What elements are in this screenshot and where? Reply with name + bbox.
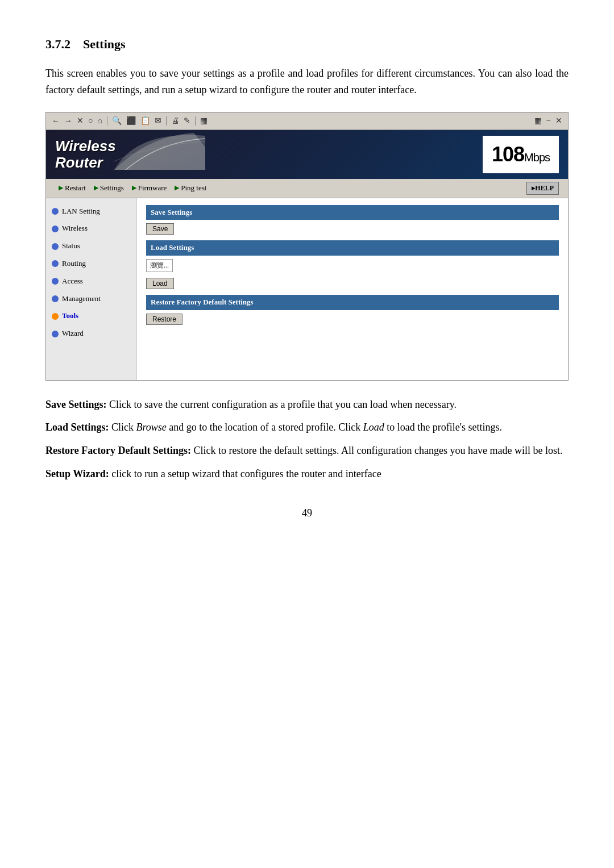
speed-unit: Mbps — [524, 151, 550, 164]
back-icon[interactable]: ← — [51, 115, 61, 127]
save-settings-title: Save Settings — [151, 208, 192, 216]
section-title: 3.7.2 Settings — [45, 34, 569, 54]
save-desc-text: Click to save the current configuration … — [109, 399, 457, 410]
routing-bullet-icon — [52, 260, 59, 267]
nav-restart-label: Restart — [65, 182, 86, 194]
browser-toolbar: ← → ✕ ○ ⌂ 🔍 ⬛ 📋 ✉ 🖨 ✎ ▦ ▦ − ✕ — [46, 112, 568, 130]
browse-italic: Browse — [136, 422, 167, 433]
wizard-description: Setup Wizard: click to run a setup wizar… — [45, 466, 569, 482]
separator — [107, 116, 107, 126]
speed-value: 108 — [492, 143, 524, 166]
router-header: Wireless Router — [46, 130, 568, 179]
help-button[interactable]: ▸HELP — [526, 182, 559, 195]
close-icon[interactable]: ✕ — [554, 115, 563, 127]
nav-firmware[interactable]: ▶ Firmware — [128, 181, 171, 195]
maximize-icon[interactable]: − — [545, 115, 552, 127]
save-button[interactable]: Save — [146, 223, 174, 235]
forward-icon[interactable]: → — [63, 115, 73, 127]
load-settings-row: 瀏覽... — [146, 259, 559, 272]
browser-window: ← → ✕ ○ ⌂ 🔍 ⬛ 📋 ✉ 🖨 ✎ ▦ ▦ − ✕ Wireless R… — [45, 112, 569, 381]
restore-description: Restore Factory Default Settings: Click … — [45, 443, 569, 459]
load-settings-bar: Load Settings — [146, 240, 559, 256]
sidebar-item-wizard[interactable]: Wizard — [46, 325, 136, 343]
grid-icon[interactable]: ▦ — [199, 115, 209, 127]
router-nav: ▶ Restart ▶ Settings ▶ Firmware ▶ Ping t… — [46, 179, 568, 198]
sidebar-routing-label: Routing — [62, 258, 86, 270]
ping-arrow-icon: ▶ — [175, 183, 179, 193]
wizard-desc-text: click to run a setup wizard that configu… — [111, 468, 381, 479]
load-desc-bold: Load Settings: — [45, 422, 109, 433]
browse-field[interactable]: 瀏覽... — [146, 259, 173, 272]
search-icon[interactable]: 🔍 — [111, 115, 123, 127]
refresh-icon[interactable]: ○ — [87, 115, 94, 127]
nav-settings[interactable]: ▶ Settings — [90, 181, 127, 195]
router-logo: Wireless Router — [55, 138, 116, 170]
save-desc-bold: Save Settings: — [45, 399, 107, 410]
nav-restart[interactable]: ▶ Restart — [55, 181, 89, 195]
nav-ping-label: Ping test — [181, 182, 206, 194]
intro-paragraph: This screen enables you to save your set… — [45, 65, 569, 98]
router-wing-decoration — [114, 130, 205, 170]
load-desc-text3: to load the profile's settings. — [384, 422, 502, 433]
print-icon[interactable]: 🖨 — [170, 115, 180, 127]
minimize-icon[interactable]: ▦ — [533, 115, 543, 127]
restore-desc-bold: Restore Factory Default Settings: — [45, 445, 191, 456]
sidebar-wireless-label: Wireless — [62, 223, 88, 235]
sidebar-wizard-label: Wizard — [62, 328, 84, 340]
router-speed: 108Mbps — [483, 136, 559, 173]
nav-settings-label: Settings — [100, 182, 124, 194]
lan-bullet-icon — [52, 208, 59, 215]
save-description: Save Settings: Click to save the current… — [45, 397, 569, 413]
restore-settings-title: Restore Factory Default Settings — [151, 298, 254, 306]
load-desc-text2: and go to the location of a stored profi… — [167, 422, 363, 433]
sidebar-access-label: Access — [62, 276, 83, 287]
load-button[interactable]: Load — [146, 278, 174, 289]
load-description: Load Settings: Click Browse and go to th… — [45, 419, 569, 436]
save-settings-row: Save — [146, 223, 559, 235]
main-panel: Save Settings Save Load Settings 瀏覽... L… — [137, 198, 568, 380]
sidebar-management-label: Management — [62, 293, 101, 305]
stop-icon[interactable]: ✕ — [76, 115, 85, 127]
load-italic: Load — [363, 422, 384, 433]
load-button-row: Load — [146, 278, 559, 289]
separator2 — [166, 116, 167, 126]
sidebar-item-lan[interactable]: LAN Setting — [46, 203, 136, 220]
wireless-bullet-icon — [52, 226, 59, 232]
restore-button[interactable]: Restore — [146, 314, 182, 325]
wizard-desc-bold: Setup Wizard: — [45, 468, 109, 479]
sidebar-tools-label: Tools — [62, 310, 78, 322]
load-desc-text1: Click — [111, 422, 136, 433]
restart-arrow-icon: ▶ — [59, 183, 63, 193]
management-bullet-icon — [52, 295, 59, 302]
window-controls: ▦ − ✕ — [533, 115, 563, 127]
favorites-icon[interactable]: ⬛ — [125, 115, 137, 127]
nav-ping[interactable]: ▶ Ping test — [171, 181, 210, 195]
mail-icon[interactable]: ✉ — [154, 115, 163, 127]
sidebar-item-routing[interactable]: Routing — [46, 255, 136, 273]
page-number: 49 — [45, 505, 569, 521]
tools-bullet-icon — [52, 313, 59, 320]
section-heading: Settings — [83, 37, 126, 51]
restore-settings-bar: Restore Factory Default Settings — [146, 295, 559, 310]
load-settings-title: Load Settings — [151, 243, 194, 252]
history-icon[interactable]: 📋 — [139, 115, 151, 127]
sidebar-item-status[interactable]: Status — [46, 237, 136, 255]
status-bullet-icon — [52, 243, 59, 250]
nav-firmware-label: Firmware — [138, 182, 167, 194]
router-ui: Wireless Router — [46, 130, 568, 379]
settings-arrow-icon: ▶ — [94, 183, 98, 193]
home-icon[interactable]: ⌂ — [96, 115, 103, 127]
help-label: HELP — [535, 184, 554, 192]
sidebar-item-management[interactable]: Management — [46, 290, 136, 308]
logo-line1: Wireless — [55, 138, 116, 155]
restore-desc-text: Click to restore the default settings. A… — [194, 445, 563, 456]
restore-settings-row: Restore — [146, 314, 559, 325]
edit-icon[interactable]: ✎ — [182, 115, 192, 127]
sidebar-item-wireless[interactable]: Wireless — [46, 220, 136, 237]
router-body: LAN Setting Wireless Status Routing Acce… — [46, 198, 568, 380]
wizard-bullet-icon — [52, 331, 59, 337]
sidebar-item-access[interactable]: Access — [46, 273, 136, 290]
router-sidebar: LAN Setting Wireless Status Routing Acce… — [46, 198, 137, 380]
section-number: 3.7.2 — [45, 37, 70, 51]
sidebar-item-tools[interactable]: Tools — [46, 307, 136, 325]
